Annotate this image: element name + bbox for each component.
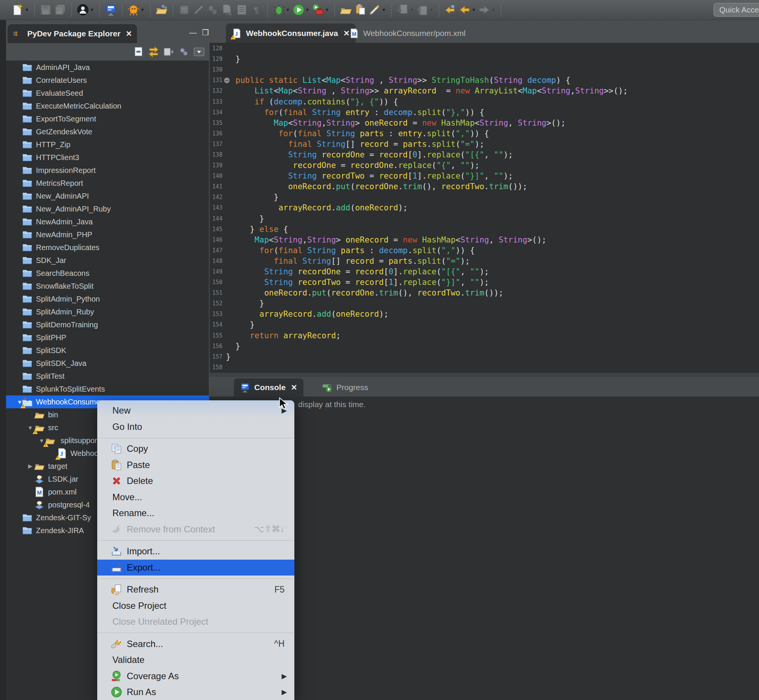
tree-item-sdk-jar[interactable]: SDK_Jar [6,254,209,267]
editor-tab-webhookconsumer-pom-xml[interactable]: MWebhookConsumer/pom.xml [343,23,472,43]
tree-item-snowflaketosplit[interactable]: SnowflakeToSplit [6,280,209,292]
close-icon[interactable]: ✕ [126,29,132,38]
minimize-button[interactable]: — [189,29,197,36]
line-number[interactable]: 140 [209,173,222,179]
splitter-handle[interactable] [209,373,759,377]
menu-item-rename[interactable]: Rename... [97,505,294,522]
run-button[interactable]: ▼ [292,4,310,16]
line-number[interactable]: 134 [209,109,222,116]
chevron-down-icon[interactable]: ▼ [141,7,145,12]
line-number[interactable]: 142 [209,194,222,200]
tab-pydev-package-explorer[interactable]: PyDev Package Explorer ✕ [8,24,137,43]
tree-item-splitphp[interactable]: SplitPHP [6,331,209,344]
menu-item-new[interactable]: New▶ [97,403,294,419]
chevron-down-icon[interactable]: ▼ [286,7,290,12]
menu-item-import[interactable]: Import... [97,543,294,559]
paste-folder-button[interactable] [354,4,366,16]
line-number[interactable]: 138 [209,152,222,158]
collapse-all-button[interactable] [133,46,145,58]
debug-button[interactable]: ▼ [273,4,290,16]
ant-build-button[interactable]: ▼ [312,4,329,16]
tree-item-http-zip[interactable]: HTTP_Zip [6,138,209,151]
line-number[interactable]: 129 [209,56,222,62]
menu-item-delete[interactable]: Delete [97,473,294,489]
line-number[interactable]: 149 [209,268,222,275]
chevron-down-icon[interactable]: ▼ [429,7,434,12]
sync-view-button[interactable] [178,46,190,58]
chevron-down-icon[interactable]: ▼ [409,7,414,12]
chevron-down-icon[interactable]: ▼ [90,7,94,12]
link-editor-button[interactable] [148,46,160,58]
line-number[interactable]: 132 [209,88,222,94]
user-profile-button[interactable]: ▼ [77,4,94,16]
tree-item-getzendeskvote[interactable]: GetZendeskVote [6,125,209,138]
line-number[interactable]: 154 [209,321,222,328]
line-number[interactable]: 144 [209,215,222,222]
menu-item-refresh[interactable]: RefreshF5 [97,581,294,598]
console-view-button[interactable] [105,4,117,16]
line-number[interactable]: 139 [209,162,222,169]
line-number[interactable]: 153 [209,311,222,317]
line-number[interactable]: 152 [209,300,222,307]
marker-button[interactable]: ▼ [369,4,386,16]
chevron-down-icon[interactable]: ▼ [305,7,310,12]
focus-button[interactable] [163,46,175,58]
menu-item-go-into[interactable]: Go Into [97,419,294,435]
tree-item-splitsdk[interactable]: SplitSDK [6,344,209,357]
tree-item-splitadmin-python[interactable]: SplitAdmin_Python [6,292,209,305]
split-io-button[interactable]: ▼ [128,4,145,16]
chevron-down-icon[interactable]: ▼ [381,7,386,12]
tree-item-splitdemotraining[interactable]: SplitDemoTraining [6,318,209,331]
line-number[interactable]: 155 [209,332,222,339]
menu-item-close-project[interactable]: Close Project [97,598,294,614]
tree-item-removeduplicates[interactable]: RemoveDuplicates [6,241,209,254]
line-number[interactable]: 136 [209,130,222,137]
line-number[interactable]: 133 [209,98,222,105]
tree-item-newadmin-java[interactable]: NewAdmin_Java [6,215,209,228]
console-tab-console[interactable]: Console✕ [234,378,303,397]
tree-item-new-adminapi-ruby[interactable]: New_AdminAPI_Ruby [6,202,209,215]
line-number[interactable]: 135 [209,120,222,127]
tree-item-splunktosplitevents[interactable]: SplunkToSplitEvents [6,383,209,395]
menu-item-export[interactable]: Export... [97,559,294,576]
back-new-button[interactable] [444,4,456,16]
line-number[interactable]: 145 [209,226,222,233]
line-number[interactable]: 141 [209,183,222,190]
line-number[interactable]: 130 [209,66,222,73]
chevron-down-icon[interactable]: ▼ [25,7,29,12]
tree-item-adminapi-java[interactable]: AdminAPI_Java [6,61,209,74]
chevron-down-icon[interactable]: ▼ [325,7,329,12]
quick-access-box[interactable]: Quick Access [714,3,759,17]
menu-item-move[interactable]: Move... [97,489,294,506]
tree-item-impressionreport[interactable]: ImpressionReport [6,164,209,177]
line-number[interactable]: 143 [209,204,222,211]
tree-item-metricsreport[interactable]: MetricsReport [6,177,209,189]
line-number[interactable]: 158 [209,364,222,371]
editor-tab-webhookconsumer-java[interactable]: JWebhookConsumer.java✕ [226,23,356,43]
tree-item-evaluateseed[interactable]: EvaluateSeed [6,87,209,100]
menu-item-coverage-as[interactable]: Coverage As▶ [97,668,294,684]
menu-item-search[interactable]: Search...^H [97,636,294,652]
line-number[interactable]: 128 [209,45,222,52]
line-number[interactable]: 131 [209,77,222,84]
chevron-down-icon[interactable]: ▼ [472,7,476,12]
line-number[interactable]: 150 [209,279,222,286]
tree-item-splittest[interactable]: SplitTest [6,370,209,383]
tree-item-newadmin-php[interactable]: NewAdmin_PHP [6,228,209,241]
open-wizard-button[interactable] [156,4,168,16]
menu-item-run-as[interactable]: Run As▶ [97,684,294,700]
tree-item-httpclient3[interactable]: HTTPClient3 [6,151,209,164]
tree-item-correlateusers[interactable]: CorrelateUsers [6,74,209,87]
console-tab-progress[interactable]: Progress [316,378,374,397]
maximize-button[interactable]: ❒ [202,29,209,36]
chevron-down-icon[interactable]: ▼ [491,7,496,12]
line-number[interactable]: 146 [209,236,222,243]
back-button[interactable]: ▼ [459,4,476,16]
tree-item-splitsdk-java[interactable]: SplitSDK_Java [6,357,209,370]
close-icon[interactable]: ✕ [291,383,297,392]
tree-item-new-adminapi[interactable]: New_AdminAPI [6,189,209,202]
expand-toggle-icon[interactable]: ▶ [27,463,34,470]
tree-item-searchbeacons[interactable]: SearchBeacons [6,267,209,280]
line-number[interactable]: 156 [209,343,222,350]
menu-item-paste[interactable]: Paste [97,457,294,473]
